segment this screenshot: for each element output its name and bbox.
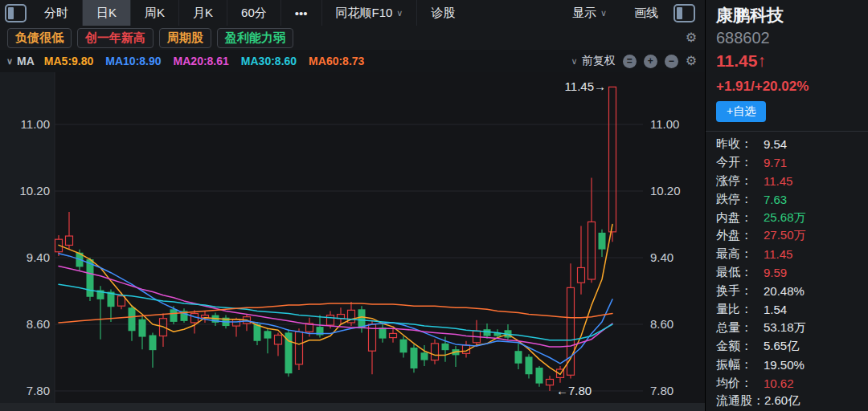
quote-stats-list: 昨收：9.54今开：9.71涨停：11.45跌停：7.63内盘：25.68万外盘… <box>716 135 865 410</box>
stat-row: 均价：10.62 <box>716 374 865 393</box>
left-panel-toggle-icon[interactable] <box>5 4 27 22</box>
stock-tag-chip[interactable]: 负债很低 <box>7 28 72 48</box>
low-price-annotation: ←7.80 <box>556 384 592 397</box>
stat-label: 内盘： <box>716 210 764 226</box>
stat-label: 涨停： <box>716 173 764 189</box>
add-watchlist-button[interactable]: +自选 <box>716 101 766 122</box>
stat-row: 最高：11.45 <box>716 245 865 263</box>
tab-minute[interactable]: 分时 <box>31 0 82 26</box>
y-axis-tick-left: 7.80 <box>27 384 50 397</box>
stat-value: 19.50% <box>764 358 805 372</box>
stat-row: 跌停：7.63 <box>716 190 865 209</box>
stat-row: 外盘：27.50万 <box>716 226 865 245</box>
stock-tag-chip[interactable]: 盈利能力弱 <box>217 28 293 48</box>
stat-row: 昨收：9.54 <box>716 135 865 153</box>
stat-label: 换手： <box>716 283 764 299</box>
quote-panel: 康鹏科技 688602 11.45↑ +1.91/+20.02% +自选 昨收：… <box>705 0 868 411</box>
ma-toggle[interactable]: ∨ MA <box>6 55 35 67</box>
stat-row: 内盘：25.68万 <box>716 209 865 227</box>
tab-60min[interactable]: 60分 <box>227 0 280 26</box>
stat-value: 20.48% <box>764 284 805 298</box>
y-axis-tick-right: 9.40 <box>650 250 674 264</box>
stat-label: 量比： <box>716 302 764 317</box>
adjust-mode-selector[interactable]: ∨ 前复权 <box>571 54 616 68</box>
stock-code: 688602 <box>716 29 770 47</box>
y-axis-tick-right: 7.80 <box>650 384 674 397</box>
tab-more[interactable]: ••• <box>280 0 321 26</box>
stock-chart-app: 分时日K周K月K60分•••同花顺F10∨诊股 显示 ∨ 画线 负债很低创一年新… <box>0 0 868 411</box>
ma-value-label: MA30:8.60 <box>241 55 297 67</box>
stat-label: 最低： <box>716 265 764 280</box>
zoom-in-icon[interactable]: + <box>644 55 657 68</box>
stat-value: 11.45 <box>764 247 792 261</box>
stat-value: 9.71 <box>764 156 787 169</box>
tab-diagnose[interactable]: 诊股 <box>416 0 469 26</box>
y-axis-tick-right: 11.00 <box>650 117 679 131</box>
zoom-out-icon[interactable]: − <box>665 55 678 68</box>
chevron-down-icon: ∨ <box>6 56 13 67</box>
display-menu-button[interactable]: 显示 ∨ <box>559 6 620 21</box>
stat-label: 振幅： <box>716 357 764 372</box>
chart-toolbar: 分时日K周K月K60分•••同花顺F10∨诊股 显示 ∨ 画线 <box>0 0 705 26</box>
y-axis-tick-left: 11.00 <box>21 117 50 131</box>
gear-icon[interactable]: ⚙ <box>686 31 697 44</box>
stat-label: 昨收： <box>716 136 764 152</box>
time-axis-strip <box>0 403 705 411</box>
chevron-down-icon: ∨ <box>396 8 403 18</box>
high-price-annotation: 11.45→ <box>565 79 606 93</box>
panel-divider <box>706 131 868 132</box>
stat-row: 流通股：2.60亿 <box>716 392 865 410</box>
ma-value-label: MA10:8.90 <box>105 55 161 67</box>
stock-tag-chip[interactable]: 创一年新高 <box>77 28 154 48</box>
chevron-down-icon: ∨ <box>600 8 607 18</box>
stock-tags-row: 负债很低创一年新高周期股盈利能力弱⚙ <box>0 26 705 50</box>
stock-tag-chip[interactable]: 周期股 <box>159 28 211 48</box>
stat-row: 换手：20.48% <box>716 282 865 300</box>
stat-value: 10.62 <box>764 376 794 390</box>
right-panel-toggle-icon[interactable] <box>674 4 695 22</box>
tab-weekly-k[interactable]: 周K <box>130 0 178 26</box>
stat-value: 9.59 <box>764 266 787 279</box>
y-axis-tick-right: 10.20 <box>650 184 681 197</box>
stat-value: 25.68万 <box>764 210 806 226</box>
stat-label: 今开： <box>716 155 764 170</box>
stat-row: 振幅：19.50% <box>716 356 865 374</box>
ma-value-label: MA60:8.73 <box>309 55 364 67</box>
candlestick-chart[interactable]: 11.0011.0010.2010.209.409.408.608.607.80… <box>0 72 705 403</box>
tab-daily-k[interactable]: 日K <box>82 0 130 26</box>
draw-line-button[interactable]: 画线 <box>620 6 672 21</box>
ma-value-label: MA5:9.80 <box>44 55 93 67</box>
gear-icon[interactable]: ⚙ <box>686 55 697 67</box>
compare-icon[interactable]: = <box>623 55 637 68</box>
y-axis-tick-left: 9.40 <box>27 250 50 264</box>
stat-value: 27.50万 <box>764 228 806 243</box>
stat-value: 11.45 <box>764 174 792 188</box>
tab-monthly-k[interactable]: 月K <box>178 0 227 26</box>
price-change: +1.91/+20.02% <box>716 79 809 95</box>
up-arrow-icon: ↑ <box>757 51 766 70</box>
stat-value: 1.54 <box>764 303 787 316</box>
chevron-down-icon: ∨ <box>571 56 578 67</box>
stat-value: 7.63 <box>764 193 787 206</box>
stat-label: 最高： <box>716 246 764 262</box>
stat-row: 最低：9.59 <box>716 263 865 282</box>
y-axis-tick-left: 8.60 <box>27 317 50 331</box>
stat-row: 涨停：11.45 <box>716 172 865 190</box>
ma-indicator-row: ∨ MA MA5:9.80MA10:8.90MA20:8.61MA30:8.60… <box>0 50 705 72</box>
stat-label: 跌停： <box>716 192 764 207</box>
stat-row: 今开：9.71 <box>716 153 865 172</box>
stat-row: 金额：5.65亿 <box>716 337 865 356</box>
chart-period-tabs: 分时日K周K月K60分•••同花顺F10∨诊股 <box>31 0 469 26</box>
stat-label: 均价： <box>716 376 764 391</box>
stat-label: 外盘： <box>716 228 764 243</box>
tab-f10[interactable]: 同花顺F10∨ <box>321 0 417 26</box>
toolbar-spacer <box>469 0 559 26</box>
stock-name: 康鹏科技 <box>716 4 784 26</box>
stat-value: 53.18万 <box>764 320 806 336</box>
ma-value-label: MA20:8.61 <box>174 55 229 67</box>
stat-value: 2.60亿 <box>764 393 800 409</box>
ma-values: MA5:9.80MA10:8.90MA20:8.61MA30:8.60MA60:… <box>44 55 377 67</box>
stat-label: 总量： <box>716 320 764 336</box>
current-price: 11.45↑ <box>716 51 766 71</box>
stat-row: 量比：1.54 <box>716 300 865 319</box>
